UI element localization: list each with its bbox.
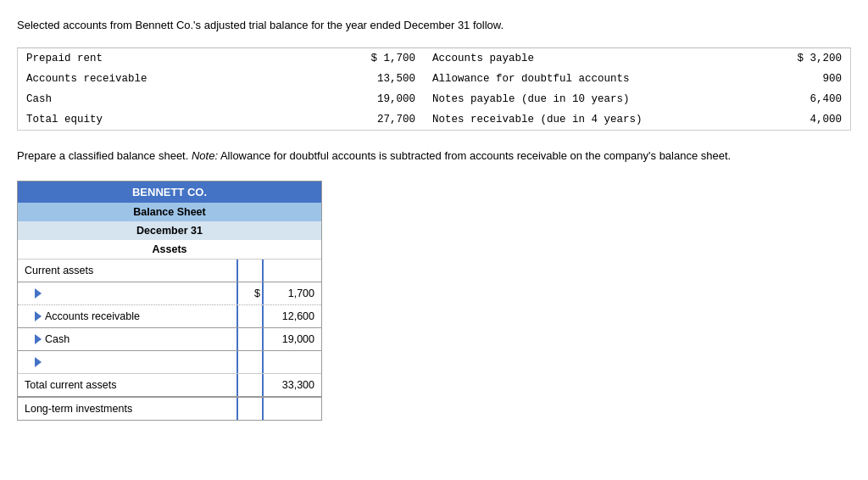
cell-ar-label: Accounts receivable (18, 69, 272, 89)
prepare-text: Prepare a classified balance sheet. Note… (17, 148, 851, 165)
triangle-icon-4 (35, 357, 42, 367)
cell-notes-payable-value: 6,400 (729, 89, 851, 109)
table-row: Prepaid rent $ 1,700 Accounts payable $ … (18, 47, 851, 69)
cell-accounts-payable-value: $ 3,200 (729, 47, 851, 69)
table-row: Cash 19,000 Notes payable (due in 10 yea… (18, 89, 851, 109)
bs-ar-value: 12,600 (262, 305, 321, 327)
bs-long-term-value (262, 398, 321, 420)
bs-total-current-dollar (236, 374, 262, 396)
bs-cash-label-text: Cash (45, 333, 70, 345)
cell-cash-value: 19,000 (271, 89, 424, 109)
bs-empty-value (262, 351, 321, 373)
bs-cash-dollar (236, 328, 262, 350)
bs-total-current-label: Total current assets (18, 376, 236, 394)
bs-ar-row: Accounts receivable 12,600 (18, 305, 321, 328)
bs-current-assets-label: Current assets (18, 261, 236, 280)
cell-cash-label: Cash (18, 89, 272, 109)
table-row: Accounts receivable 13,500 Allowance for… (18, 69, 851, 89)
bs-company-name: BENNETT CO. (18, 181, 321, 203)
bs-empty-label (18, 354, 236, 371)
cell-ar-value: 13,500 (271, 69, 424, 89)
bs-empty-row (18, 351, 321, 374)
triangle-icon-2 (35, 311, 42, 321)
bs-prepaid-rent-label (18, 285, 236, 302)
bs-long-term-label: Long-term investments (18, 399, 236, 418)
bs-total-current-row: Total current assets 33,300 (18, 374, 321, 398)
bs-cash-value: 19,000 (262, 328, 321, 350)
bs-empty-dollar (236, 351, 262, 373)
cell-prepaid-rent-value: $ 1,700 (271, 47, 424, 69)
balance-sheet: BENNETT CO. Balance Sheet December 31 As… (17, 181, 322, 421)
bs-total-current-value: 33,300 (262, 374, 321, 396)
bs-ar-dollar (236, 305, 262, 327)
bs-prepaid-rent-row: $ 1,700 (18, 282, 321, 305)
intro-text: Selected accounts from Bennett Co.'s adj… (17, 17, 851, 34)
bs-long-term-dollar (236, 398, 262, 420)
cell-notes-receivable-value: 4,000 (729, 109, 851, 131)
triangle-icon (35, 288, 42, 299)
bs-dollar-sign: $ (236, 282, 262, 304)
bs-cash-label: Cash (18, 330, 236, 349)
cell-prepaid-rent-label: Prepaid rent (18, 47, 272, 69)
bs-assets-header: Assets (18, 240, 321, 260)
bs-col-dollar-empty (236, 260, 262, 282)
cell-total-equity-value: 27,700 (271, 109, 424, 131)
bs-ar-label: Accounts receivable (18, 307, 236, 326)
bs-title: Balance Sheet (18, 203, 321, 221)
bs-col-value-empty (262, 260, 321, 282)
bs-prepaid-rent-value: 1,700 (262, 282, 321, 304)
table-row: Total equity 27,700 Notes receivable (du… (18, 109, 851, 131)
cell-notes-payable-label: Notes payable (due in 10 years) (424, 89, 729, 109)
bs-long-term-row: Long-term investments (18, 398, 321, 420)
bs-cash-row: Cash 19,000 (18, 328, 321, 351)
cell-allowance-label: Allowance for doubtful accounts (424, 69, 729, 89)
cell-notes-receivable-label: Notes receivable (due in 4 years) (424, 109, 729, 131)
bs-ar-label-text: Accounts receivable (45, 310, 140, 322)
bs-current-assets-row: Current assets (18, 260, 321, 282)
cell-accounts-payable-label: Accounts payable (424, 47, 729, 69)
bs-date: December 31 (18, 221, 321, 240)
cell-allowance-value: 900 (729, 69, 851, 89)
triangle-icon-3 (35, 334, 42, 344)
trial-balance-table: Prepaid rent $ 1,700 Accounts payable $ … (17, 47, 851, 131)
cell-total-equity-label: Total equity (18, 109, 272, 131)
